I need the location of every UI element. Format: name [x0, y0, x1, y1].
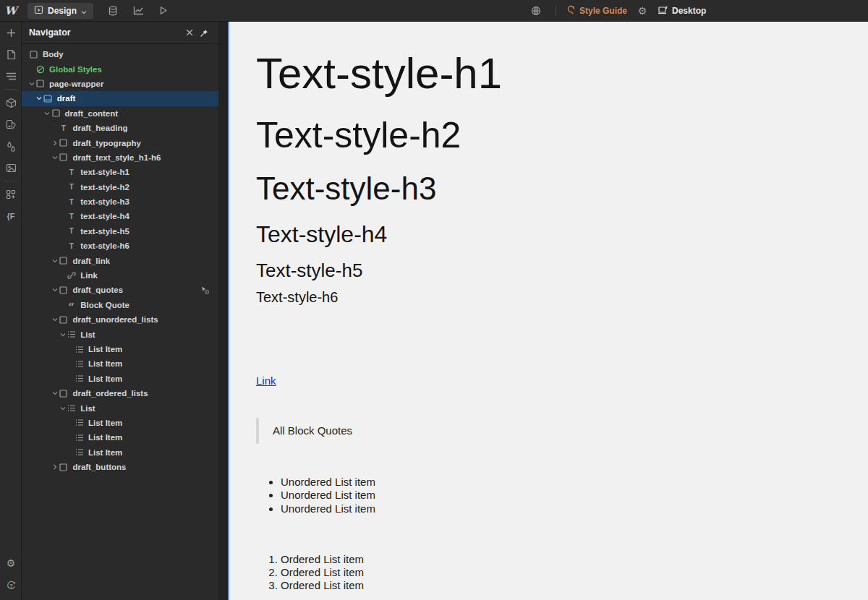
tree-item-global-styles[interactable]: Global Styles [22, 61, 218, 76]
element-box-icon [59, 389, 68, 398]
tree-item-link[interactable]: Link [22, 268, 218, 283]
chevron-down-icon[interactable] [43, 109, 51, 118]
interactions-icon[interactable] [0, 135, 22, 157]
chevron-spacer [59, 168, 67, 176]
page-settings-gear-icon[interactable]: ⚙ [633, 1, 652, 20]
tree-item-label: List Item [88, 433, 122, 442]
heading-h4[interactable]: Text-style-h4 [256, 221, 839, 248]
tree-item-text-style-h4[interactable]: Ttext-style-h4 [22, 209, 218, 223]
design-cursor-icon [34, 4, 43, 17]
chevron-right-icon[interactable] [51, 139, 59, 147]
tree-item-list-item[interactable]: List Item [22, 416, 218, 430]
tree-item-draft-quotes[interactable]: draft_quotes [22, 283, 218, 297]
pin-panel-icon[interactable] [197, 25, 211, 40]
chevron-right-icon[interactable] [51, 463, 59, 471]
design-canvas[interactable]: Text-style-h1 Text-style-h2 Text-style-h… [228, 22, 868, 600]
tree-item-label: Link [80, 271, 98, 280]
style-manager-icon[interactable] [0, 113, 22, 135]
navigator-icon[interactable] [0, 65, 22, 87]
add-elements-icon[interactable] [0, 22, 22, 43]
tree-item-draft-typography[interactable]: draft_typography [22, 135, 218, 150]
tree-item-text-style-h1[interactable]: Ttext-style-h1 [22, 165, 218, 179]
desktop-breakpoint-icon [658, 4, 668, 17]
tree-item-list[interactable]: List [22, 400, 218, 415]
tree-item-text-style-h5[interactable]: Ttext-style-h5 [22, 224, 218, 239]
apps-icon[interactable] [0, 184, 22, 205]
tree-item-label: draft_content [65, 109, 118, 118]
breakpoint-selector[interactable]: Desktop [658, 4, 706, 17]
unordered-list[interactable]: Unordered List itemUnordered List itemUn… [256, 476, 839, 515]
list-item[interactable]: Unordered List item [281, 476, 839, 489]
list-element-icon [75, 433, 84, 442]
tree-item-draft-ordered-lists[interactable]: draft_ordered_lists [22, 386, 218, 400]
chevron-spacer [67, 359, 75, 368]
preview-play-icon[interactable] [154, 1, 173, 20]
tree-item-list-item[interactable]: List Item [22, 356, 218, 371]
help-icon[interactable]: ? [0, 574, 22, 596]
chevron-down-icon[interactable] [51, 286, 59, 294]
tree-item-draft-buttons[interactable]: draft_buttons [22, 460, 218, 474]
components-icon[interactable] [0, 92, 22, 113]
page-selector[interactable]: Style Guide [566, 4, 627, 17]
design-mode-dropdown[interactable]: Design [27, 3, 93, 19]
page-icon [566, 4, 576, 17]
tree-item-label: List Item [88, 345, 122, 353]
settings-icon[interactable]: ⚙ [0, 552, 22, 574]
page-body[interactable]: Text-style-h1 Text-style-h2 Text-style-h… [229, 51, 868, 592]
element-box-icon [59, 138, 68, 147]
svg-text:?: ? [9, 582, 13, 588]
chevron-down-icon[interactable] [27, 80, 35, 88]
chevron-down-icon[interactable] [35, 94, 43, 103]
top-bar: W Design [0, 0, 868, 22]
heading-h1[interactable]: Text-style-h1 [256, 51, 839, 98]
tree-item-draft-unordered-lists[interactable]: draft_unordered_lists [22, 312, 218, 327]
list-item[interactable]: Ordered List item [281, 566, 839, 579]
tree-item-text-style-h3[interactable]: Ttext-style-h3 [22, 194, 218, 209]
variables-icon[interactable]: {F [0, 205, 22, 227]
pages-icon[interactable] [0, 43, 22, 65]
tree-item-label: page-wrapper [49, 80, 103, 88]
text-element-icon: T [67, 197, 76, 207]
ordered-list[interactable]: Ordered List itemOrdered List itemOrdere… [256, 553, 839, 593]
list-item[interactable]: Ordered List item [281, 579, 839, 592]
tree-item-list-item[interactable]: List Item [22, 342, 218, 356]
tree-item-draft-link[interactable]: draft_link [22, 253, 218, 267]
chevron-down-icon[interactable] [59, 330, 67, 339]
webflow-logo-icon[interactable]: W [0, 4, 22, 17]
list-item[interactable]: Ordered List item [281, 553, 839, 566]
heading-h6[interactable]: Text-style-h6 [256, 289, 839, 306]
tree-item-page-wrapper[interactable]: page-wrapper [22, 77, 218, 91]
tree-item-list-item[interactable]: List Item [22, 445, 218, 460]
tree-item-draft-heading[interactable]: Tdraft_heading [22, 121, 218, 135]
list-item[interactable]: Unordered List item [281, 489, 839, 502]
block-quote-icon: “ [67, 300, 76, 309]
tree-item-list-item[interactable]: List Item [22, 372, 218, 386]
chevron-down-icon[interactable] [51, 315, 59, 324]
chevron-down-icon[interactable] [51, 389, 59, 398]
tree-item-text-style-h6[interactable]: Ttext-style-h6 [22, 239, 218, 253]
text-link[interactable]: Link [256, 374, 276, 387]
heading-h3[interactable]: Text-style-h3 [256, 171, 839, 206]
assets-icon[interactable] [0, 157, 22, 179]
tree-item-list[interactable]: List [22, 327, 218, 341]
globe-icon[interactable] [527, 1, 545, 20]
chevron-down-icon[interactable] [51, 153, 59, 162]
tree-item-body[interactable]: Body [22, 47, 218, 61]
heading-h5[interactable]: Text-style-h5 [256, 260, 839, 281]
block-quote[interactable]: All Block Quotes [256, 418, 839, 444]
chevron-down-icon[interactable] [51, 257, 59, 265]
navigator-panel: Navigator BodyGlobal Stylespage-wrapperd… [22, 22, 219, 600]
list-item[interactable]: Unordered List item [281, 502, 839, 515]
collapse-panel-icon[interactable] [182, 25, 197, 40]
tree-item-draft[interactable]: draft [22, 91, 218, 106]
cms-database-icon[interactable] [103, 1, 122, 20]
heading-h2[interactable]: Text-style-h2 [256, 116, 839, 155]
list-element-icon [75, 418, 84, 427]
chevron-down-icon[interactable] [59, 404, 67, 413]
tree-item-block-quote[interactable]: “Block Quote [22, 298, 218, 312]
tree-item-draft-text-style-h1-h6[interactable]: draft_text_style_h1-h6 [22, 150, 218, 165]
tree-item-draft-content[interactable]: draft_content [22, 106, 218, 121]
tree-item-list-item[interactable]: List Item [22, 430, 218, 445]
tree-item-text-style-h2[interactable]: Ttext-style-h2 [22, 180, 218, 194]
analytics-icon[interactable] [129, 1, 148, 20]
